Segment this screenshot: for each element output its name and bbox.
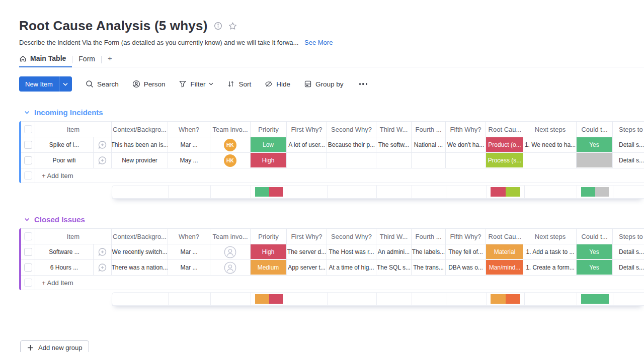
cell-second[interactable]: The Host was r... — [327, 244, 376, 259]
see-more-link[interactable]: See More — [304, 39, 333, 46]
filter-button[interactable]: Filter — [179, 80, 213, 88]
column-header-team[interactable]: Team invo... — [210, 122, 251, 137]
column-header-next[interactable]: Next steps — [524, 122, 577, 137]
cell-root[interactable]: Man/mind... — [486, 260, 524, 275]
add-item-button[interactable]: + Add Item — [35, 168, 112, 183]
cell-first[interactable]: A lot of user... — [287, 137, 327, 152]
add-view-button[interactable]: + — [102, 54, 118, 67]
group-title-closed-issues[interactable]: Closed Issues — [24, 215, 644, 224]
cell-steps[interactable]: Detail s... — [613, 137, 644, 152]
cell-fifth[interactable] — [446, 153, 486, 168]
column-header-second[interactable]: Second Why? — [327, 122, 376, 137]
column-header-context[interactable]: Context/Backgro... — [112, 122, 168, 137]
cell-when[interactable]: Mar ... — [168, 260, 210, 275]
column-header-fourth[interactable]: Fourth ... — [412, 122, 446, 137]
more-options-button[interactable] — [357, 81, 370, 87]
cell-team[interactable] — [210, 244, 251, 259]
checkbox-cell[interactable] — [21, 168, 35, 183]
cell-priority[interactable]: High — [251, 153, 287, 168]
cell-when[interactable]: Mar ... — [168, 137, 210, 152]
cell-fourth[interactable] — [412, 153, 446, 168]
cell-third[interactable] — [376, 153, 412, 168]
search-button[interactable]: Search — [86, 80, 119, 88]
tab-main-table[interactable]: Main Table — [19, 54, 72, 67]
select-all-cell[interactable] — [21, 229, 35, 244]
row-checkbox[interactable] — [24, 125, 32, 133]
row-checkbox[interactable] — [24, 141, 32, 149]
cell-root[interactable]: Product (o... — [486, 137, 524, 152]
column-header-third[interactable]: Third W... — [376, 229, 412, 244]
column-header-when[interactable]: When? — [168, 122, 210, 137]
cell-next[interactable]: 1. Create a form... — [524, 260, 577, 275]
info-icon[interactable] — [214, 22, 222, 30]
cell-could[interactable]: Yes — [577, 260, 613, 275]
cell-next[interactable] — [524, 153, 577, 168]
column-header-item[interactable]: Item — [35, 229, 112, 244]
cell-first[interactable] — [287, 153, 327, 168]
column-header-first[interactable]: First Why? — [287, 122, 327, 137]
row-checkbox[interactable] — [24, 248, 32, 256]
cell-context[interactable]: There was a nation... — [112, 260, 168, 275]
cell-steps[interactable]: Detail s... — [613, 260, 644, 275]
row-checkbox[interactable] — [24, 263, 32, 272]
person-filter-button[interactable]: Person — [132, 80, 166, 88]
cell-second[interactable]: At a time of hig... — [327, 260, 376, 275]
column-header-fifth[interactable]: Fifth Why? — [446, 122, 486, 137]
favorite-star-icon[interactable] — [228, 22, 237, 30]
group-title-incoming-incidents[interactable]: Incoming Incidents — [24, 108, 644, 117]
column-header-steps[interactable]: Steps to pr... — [613, 122, 644, 137]
cell-add-update[interactable] — [94, 153, 112, 168]
cell-priority[interactable]: High — [251, 244, 287, 259]
cell-context[interactable]: We recently switch... — [112, 244, 168, 259]
cell-first[interactable]: The server d... — [287, 244, 327, 259]
cell-fourth[interactable]: National ... — [412, 137, 446, 152]
cell-next[interactable]: 1. We need to ha... — [524, 137, 577, 152]
cell-fourth[interactable]: The trans... — [412, 260, 446, 275]
hide-button[interactable]: Hide — [265, 80, 290, 88]
checkbox-cell[interactable] — [21, 276, 35, 290]
column-header-context[interactable]: Context/Backgro... — [112, 229, 168, 244]
cell-second[interactable]: Because their p... — [327, 137, 376, 152]
new-item-button[interactable]: New Item — [19, 76, 72, 92]
group-by-button[interactable]: Group by — [304, 80, 344, 88]
cell-context[interactable]: New provider — [112, 153, 168, 168]
cell-item[interactable]: Spike of l... — [35, 137, 94, 152]
column-header-steps[interactable]: Steps to pr... — [613, 229, 644, 244]
cell-could[interactable]: Yes — [577, 244, 613, 259]
column-header-when[interactable]: When? — [168, 229, 210, 244]
row-checkbox[interactable] — [24, 232, 32, 240]
column-header-root[interactable]: Root Cau... — [486, 122, 524, 137]
column-header-team[interactable]: Team invo... — [210, 229, 251, 244]
cell-second[interactable] — [327, 153, 376, 168]
column-header-priority[interactable]: Priority — [251, 229, 287, 244]
column-header-root[interactable]: Root Cau... — [486, 229, 524, 244]
column-header-priority[interactable]: Priority — [251, 122, 287, 137]
add-new-group-button[interactable]: Add new group — [20, 340, 89, 352]
column-header-second[interactable]: Second Why? — [327, 229, 376, 244]
cell-third[interactable]: An admini... — [376, 244, 412, 259]
cell-when[interactable]: May ... — [168, 153, 210, 168]
column-header-next[interactable]: Next steps — [524, 229, 577, 244]
column-header-fourth[interactable]: Fourth ... — [412, 229, 446, 244]
cell-item[interactable]: Poor wifi — [35, 153, 94, 168]
cell-priority[interactable]: Low — [251, 137, 287, 152]
row-checkbox[interactable] — [24, 156, 32, 164]
checkbox-cell[interactable] — [21, 244, 35, 259]
cell-item[interactable]: Software ... — [35, 244, 94, 259]
row-checkbox[interactable] — [24, 171, 32, 180]
column-header-first[interactable]: First Why? — [287, 229, 327, 244]
cell-context[interactable]: This has been an is... — [112, 137, 168, 152]
cell-steps[interactable]: Detail s... — [613, 153, 644, 168]
cell-third[interactable]: The softw... — [376, 137, 412, 152]
column-header-fifth[interactable]: Fifth Why? — [446, 229, 486, 244]
cell-add-update[interactable] — [94, 244, 112, 259]
cell-first[interactable]: App server t... — [287, 260, 327, 275]
cell-priority[interactable]: Medium — [251, 260, 287, 275]
cell-add-update[interactable] — [94, 260, 112, 275]
column-header-item[interactable]: Item — [35, 122, 112, 137]
cell-could[interactable] — [577, 153, 613, 168]
cell-item[interactable]: 6 Hours ... — [35, 260, 94, 275]
add-item-button[interactable]: + Add Item — [35, 276, 112, 290]
checkbox-cell[interactable] — [21, 137, 35, 152]
cell-team[interactable]: HK — [210, 153, 251, 168]
